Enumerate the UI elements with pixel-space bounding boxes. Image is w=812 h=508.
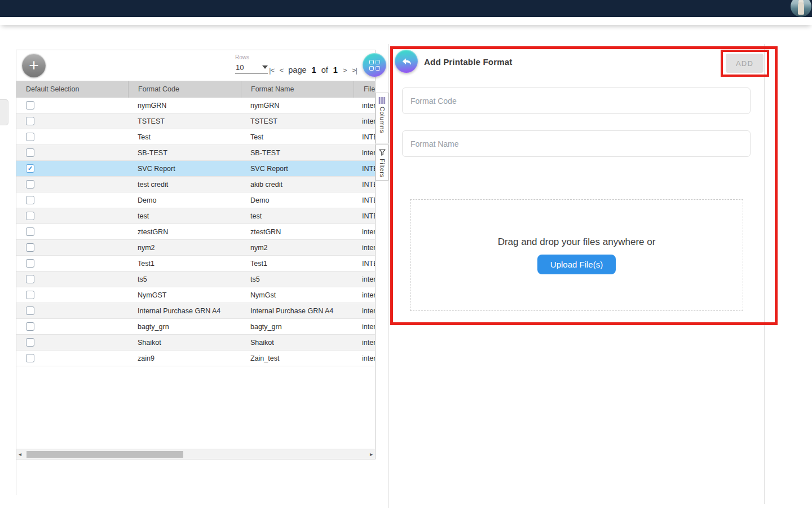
row-checkbox[interactable]: [26, 180, 34, 189]
cell-format-code: test: [138, 208, 245, 224]
horizontal-scrollbar[interactable]: ◂ ▸: [16, 449, 375, 459]
cell-format-name: bagty_grn: [250, 319, 358, 335]
row-checkbox[interactable]: [26, 259, 34, 268]
current-page-number: 1: [312, 65, 316, 75]
table-row[interactable]: Demo Demo INTE: [16, 192, 375, 208]
scroll-left-icon[interactable]: ◂: [19, 451, 21, 457]
cell-file: INTE: [362, 192, 375, 208]
cell-format-name: TSTEST: [250, 113, 358, 129]
cell-format-code: NymGST: [138, 287, 245, 303]
cell-file: INTE: [362, 177, 375, 192]
table-row[interactable]: Internal Purchase GRN A4 Internal Purcha…: [16, 303, 375, 319]
table-row[interactable]: TSTEST TSTEST inter: [16, 113, 375, 129]
cell-format-name: SB-TEST: [250, 145, 358, 161]
row-checkbox[interactable]: [26, 306, 34, 315]
table-row[interactable]: ✓ SVC Report SVC Report INTE: [16, 161, 375, 177]
row-checkbox[interactable]: [26, 354, 34, 362]
row-checkbox[interactable]: [26, 212, 34, 220]
row-checkbox[interactable]: ✓: [26, 164, 34, 173]
cell-file: INTE: [362, 129, 375, 145]
cell-file: inter: [362, 351, 375, 366]
cell-format-code: SB-TEST: [138, 145, 245, 161]
cell-format-name: Test: [250, 129, 358, 145]
cell-format-code: TSTEST: [138, 113, 245, 129]
cell-format-name: Zain_test: [250, 351, 358, 366]
row-checkbox[interactable]: [26, 227, 34, 236]
file-dropzone[interactable]: Drag and drop your files anywhere or Upl…: [410, 199, 743, 311]
cell-file: inter: [362, 113, 375, 129]
row-checkbox[interactable]: [26, 133, 34, 141]
row-checkbox[interactable]: [26, 275, 34, 283]
cell-format-name: nymGRN: [250, 98, 358, 113]
pagination: |< < page 1 of 1 > >|: [269, 64, 357, 76]
next-page-button[interactable]: >: [343, 66, 347, 75]
table-row[interactable]: Test Test INTE: [16, 129, 375, 145]
panel-divider-line: [389, 44, 389, 508]
panel-title: Add Printable Format: [424, 57, 513, 67]
cell-format-code: Test: [138, 129, 245, 145]
table-row[interactable]: SB-TEST SB-TEST inter: [16, 145, 375, 161]
table-row[interactable]: Shaikot Shaikot inter: [16, 335, 375, 351]
rows-per-page-label: Rows: [235, 54, 249, 60]
upload-files-button[interactable]: Upload File(s): [537, 255, 616, 274]
table-row[interactable]: Test1 Test1 INTE: [16, 256, 375, 271]
table-row[interactable]: nymGRN nymGRN inter: [16, 98, 375, 113]
rows-per-page-select[interactable]: 10: [235, 62, 268, 74]
page-word: page: [288, 65, 306, 75]
dropzone-text: Drag and drop your files anywhere or: [498, 237, 656, 248]
header-format-code[interactable]: Format Code: [128, 81, 241, 98]
table-row[interactable]: ts5 ts5 inter: [16, 271, 375, 287]
table-row[interactable]: test test INTE: [16, 208, 375, 224]
prev-page-button[interactable]: <: [279, 66, 283, 75]
panel-scroll-divider-line: [764, 44, 765, 504]
table-row[interactable]: ztestGRN ztestGRN inter: [16, 224, 375, 240]
cell-file: inter: [362, 319, 375, 335]
row-checkbox[interactable]: [26, 196, 34, 204]
header-default-selection[interactable]: Default Selection: [16, 81, 128, 98]
table-row[interactable]: NymGST NymGst inter: [16, 287, 375, 303]
rows-per-page-value: 10: [236, 63, 244, 72]
add-button[interactable]: ADD: [726, 54, 764, 73]
cell-file: inter: [362, 335, 375, 351]
header-shadow-strip: [0, 17, 812, 25]
format-code-input[interactable]: [402, 87, 751, 114]
back-button[interactable]: [395, 50, 418, 73]
format-name-input[interactable]: [402, 130, 751, 157]
columns-icon: [378, 97, 386, 104]
row-checkbox[interactable]: [26, 117, 34, 125]
header-format-name[interactable]: Format Name: [241, 81, 354, 98]
add-new-button[interactable]: +: [22, 54, 46, 77]
cell-format-name: ts5: [250, 271, 358, 287]
row-checkbox[interactable]: [26, 101, 34, 110]
cell-format-code: bagty_grn: [138, 319, 245, 335]
scroll-right-icon[interactable]: ▸: [370, 451, 373, 457]
cell-format-name: Internal Purchase GRN A4: [250, 303, 358, 319]
cell-format-code: nym2: [138, 240, 245, 256]
table-row[interactable]: test credit akib credit INTE: [16, 177, 375, 192]
row-checkbox[interactable]: [26, 291, 34, 299]
table-row[interactable]: zain9 Zain_test inter: [16, 351, 375, 366]
plus-icon: +: [29, 56, 39, 75]
row-checkbox[interactable]: [26, 322, 34, 331]
first-page-button[interactable]: |<: [269, 66, 274, 75]
cell-format-code: Test1: [138, 256, 245, 271]
table-row[interactable]: nym2 nym2 inter: [16, 240, 375, 256]
left-edge-panel-handle[interactable]: [0, 99, 8, 125]
last-page-button[interactable]: >|: [352, 66, 357, 75]
scrollbar-thumb[interactable]: [27, 451, 183, 458]
cell-file: INTE: [362, 208, 375, 224]
cell-file: inter: [362, 240, 375, 256]
header-file[interactable]: File: [354, 81, 375, 98]
row-checkbox[interactable]: [26, 148, 34, 157]
cell-file: inter: [362, 145, 375, 161]
table-row[interactable]: bagty_grn bagty_grn inter: [16, 319, 375, 335]
tab-columns[interactable]: Columns: [376, 93, 389, 143]
tab-filters[interactable]: Filters: [376, 144, 389, 181]
cell-format-code: nymGRN: [138, 98, 245, 113]
grid-view-button[interactable]: [363, 53, 386, 77]
printable-format-table-card: + Rows 10 |< < page 1 of 1 > >| Default …: [16, 50, 376, 459]
cell-file: INTE: [362, 256, 375, 271]
row-checkbox[interactable]: [26, 243, 34, 252]
cell-file: inter: [362, 271, 375, 287]
row-checkbox[interactable]: [26, 338, 34, 347]
